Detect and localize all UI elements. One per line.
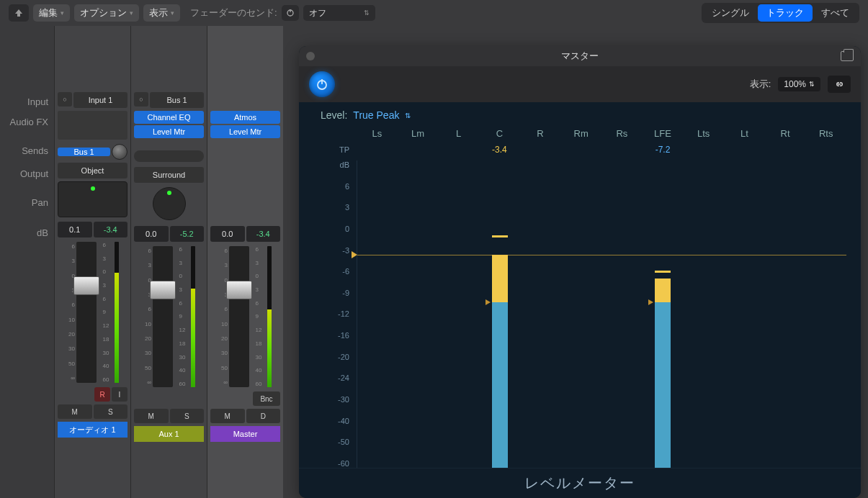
peak-value[interactable]: -3.4	[94, 222, 128, 237]
threshold-marker-icon[interactable]	[352, 251, 357, 258]
plugin-title: マスター	[561, 50, 599, 63]
volume-fader[interactable]	[153, 246, 173, 387]
pan-surround-panner[interactable]	[134, 186, 204, 222]
plugin-power-button[interactable]	[309, 71, 335, 97]
strip-name-label[interactable]: Master	[210, 426, 280, 442]
input-enable-toggle[interactable]: ○	[134, 92, 148, 107]
db-axis-label: dB	[321, 160, 349, 169]
pan-surround-panner[interactable]	[58, 181, 127, 217]
select-arrows-icon: ⇅	[405, 112, 411, 119]
meter-column-Lts	[684, 160, 725, 468]
gain-value[interactable]: 0.1	[58, 222, 92, 237]
input-enable-toggle[interactable]: ○	[58, 92, 72, 107]
tp-axis-label: TP	[321, 145, 357, 154]
level-meter	[191, 246, 195, 387]
channel-header-Lts: Lts	[683, 125, 724, 142]
mute-button[interactable]: M	[58, 404, 92, 419]
input-monitor-button[interactable]: I	[112, 387, 127, 402]
peak-hold-indicator	[655, 271, 671, 273]
column-marker-icon[interactable]	[486, 299, 491, 305]
row-db-label: dB	[0, 223, 54, 243]
plugin-titlebar[interactable]: マスター	[299, 46, 861, 66]
y-tick: 0	[321, 225, 349, 233]
meter-column-L	[439, 160, 480, 468]
mute-button[interactable]: M	[134, 409, 169, 423]
output-slot[interactable]: Surround	[134, 167, 204, 183]
y-tick: 3	[321, 203, 349, 212]
send-slot[interactable]: Bus 1	[58, 148, 110, 156]
insert-slot[interactable]: Level Mtr	[134, 125, 204, 138]
peak-value[interactable]: -3.4	[246, 226, 281, 242]
volume-fader[interactable]	[229, 246, 249, 387]
meter-bar-rms	[492, 302, 508, 468]
solo-button[interactable]: S	[94, 404, 128, 419]
channel-header-Lt: Lt	[724, 125, 765, 142]
expand-icon[interactable]	[841, 51, 854, 61]
meter-column-LFE	[643, 160, 684, 468]
output-slot[interactable]: Object	[58, 163, 127, 178]
solo-button[interactable]: S	[170, 409, 205, 423]
send-empty[interactable]	[134, 150, 204, 162]
y-tick: 6	[321, 182, 349, 191]
sends-mode-select[interactable]: オフ ⇅	[303, 5, 375, 21]
record-enable-button[interactable]: R	[94, 387, 110, 402]
insert-slot[interactable]: Atmos	[210, 111, 280, 124]
gain-value[interactable]: 0.0	[210, 226, 245, 242]
strip-name-label[interactable]: Aux 1	[134, 426, 204, 442]
y-tick: -12	[321, 309, 349, 318]
peak-value[interactable]: -5.2	[170, 226, 205, 242]
options-menu[interactable]: オプション▾	[74, 4, 139, 22]
row-sends-label: Sends	[0, 141, 54, 161]
meter-scale: 6303691218304060	[179, 246, 189, 387]
y-tick: -60	[321, 459, 349, 468]
column-marker-icon[interactable]	[648, 299, 653, 305]
seg-single[interactable]: シングル	[703, 4, 758, 22]
insert-slot[interactable]: Channel EQ	[134, 111, 204, 124]
row-pan-label: Pan	[0, 184, 54, 222]
mixer-row-labels: Input Audio FX Sends Output Pan dB	[0, 26, 54, 498]
sends-power-toggle[interactable]	[282, 5, 299, 21]
insert-slot[interactable]: Level Mtr	[210, 125, 280, 138]
meter-column-R	[520, 160, 561, 468]
input-slot[interactable]: Input 1	[73, 92, 127, 108]
tp-value-C: -3.4	[479, 145, 520, 155]
close-icon[interactable]	[306, 52, 315, 60]
send-level-knob[interactable]	[112, 144, 127, 160]
level-meter	[115, 242, 119, 383]
row-output-label: Output	[0, 164, 54, 184]
channel-header-Ls: Ls	[357, 125, 398, 142]
fader-sends-label: フェーダーのセンド:	[190, 6, 277, 19]
chevron-down-icon: ▾	[171, 9, 174, 17]
seg-all[interactable]: すべて	[813, 4, 858, 22]
gain-value[interactable]: 0.0	[134, 226, 169, 242]
y-tick: -9	[321, 289, 349, 297]
y-tick: -50	[321, 438, 349, 446]
seg-track[interactable]: トラック	[758, 4, 813, 22]
dim-button[interactable]: D	[246, 409, 281, 423]
up-arrow-icon[interactable]	[9, 4, 29, 22]
input-slot[interactable]: Bus 1	[150, 92, 204, 108]
mute-button[interactable]: M	[210, 409, 245, 423]
strip-name-label[interactable]: オーディオ 1	[58, 422, 127, 438]
meter-column-Lm	[398, 160, 439, 468]
view-scope-segment: シングル トラック すべて	[702, 3, 859, 23]
volume-fader[interactable]	[76, 242, 97, 383]
fader-scale: 6303610203050∞	[138, 246, 151, 387]
channel-strip-master: AtmosLevel Mtr0.0-3.46303610203050∞63036…	[207, 26, 283, 498]
meter-column-Ls	[357, 160, 398, 468]
level-meter	[267, 246, 272, 387]
edit-menu[interactable]: 編集▾	[33, 4, 70, 22]
peak-hold-indicator	[492, 235, 508, 237]
channel-header-LFE: LFE	[643, 125, 684, 142]
link-icon[interactable]	[828, 76, 851, 93]
view-menu[interactable]: 表示▾	[143, 4, 180, 22]
row-input-label: Input	[0, 92, 54, 112]
level-mode-select[interactable]: True Peak	[353, 109, 399, 121]
chevron-down-icon: ▾	[130, 9, 133, 17]
y-tick: -16	[321, 331, 349, 340]
plugin-zoom-select[interactable]: 100% ⇅	[778, 77, 820, 91]
bounce-button[interactable]: Bnc	[253, 391, 280, 406]
insert-empty[interactable]	[58, 111, 127, 140]
plugin-view-label: 表示:	[750, 78, 771, 91]
plugin-window: マスター 表示: 100% ⇅ Level: True Peak ⇅ LsLmL	[299, 46, 861, 498]
